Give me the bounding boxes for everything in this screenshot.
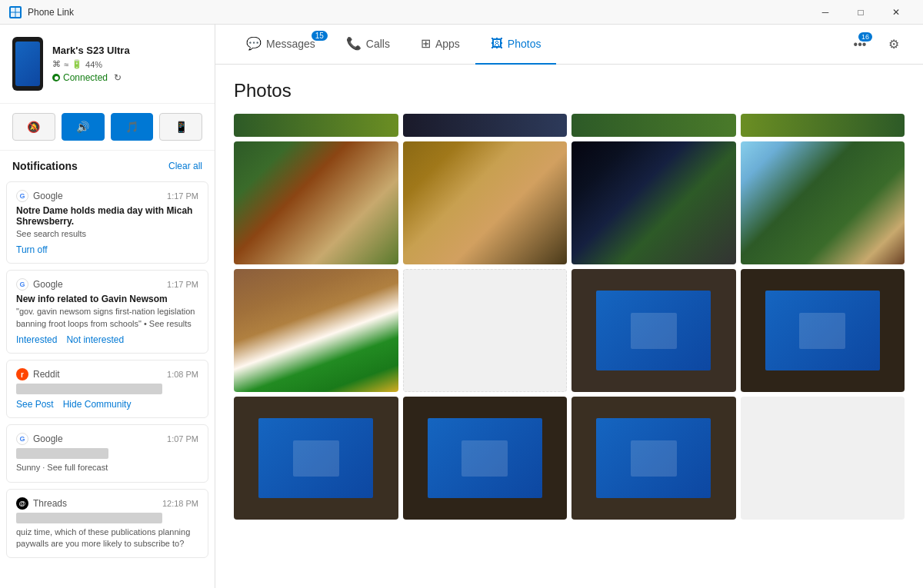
- notif-time-3: 1:08 PM: [167, 370, 198, 379]
- sound-button[interactable]: 🔊: [62, 113, 105, 141]
- see-post-button[interactable]: See Post: [16, 399, 54, 410]
- notif-time-4: 1:07 PM: [167, 434, 198, 443]
- photo-stadium-night[interactable]: [571, 141, 736, 264]
- photo-laptop-4[interactable]: [403, 397, 568, 520]
- svg-rect-0: [11, 8, 15, 12]
- app-body: Mark's S23 Ultra ⌘ ≈ 🔋 44% Connected ↻ 🔕…: [0, 25, 923, 588]
- partial-photo-4[interactable]: [741, 114, 905, 137]
- connected-status: Connected ↻: [52, 72, 202, 83]
- photo-laptop-5[interactable]: [571, 397, 736, 520]
- notif-header-2: G Google 1:17 PM: [16, 278, 198, 291]
- notification-card-3: r Reddit 1:08 PM See Post Hide Community: [6, 360, 208, 418]
- device-section: Mark's S23 Ultra ⌘ ≈ 🔋 44% Connected ↻: [0, 25, 215, 104]
- notification-card-4: G Google 1:07 PM Sunny · See full foreca…: [6, 424, 208, 482]
- notif-body-1: See search results: [16, 228, 198, 240]
- photo-empty-2: [741, 397, 905, 520]
- photos-icon: 🖼: [491, 37, 503, 51]
- wifi-icon: ≈: [64, 60, 68, 69]
- apps-icon: ⊞: [421, 36, 431, 51]
- notif-header-4: G Google 1:07 PM: [16, 433, 198, 445]
- notif-source-label-4: Google: [33, 434, 63, 444]
- notifications-header: Notifications Clear all: [0, 151, 215, 178]
- svg-rect-2: [11, 12, 15, 17]
- minimize-button[interactable]: ─: [808, 0, 843, 25]
- bluetooth-icon: ⌘: [52, 59, 61, 69]
- svg-rect-1: [16, 8, 21, 12]
- device-image: [12, 37, 43, 91]
- partial-photo-3[interactable]: [571, 114, 736, 137]
- notif-time-1: 1:17 PM: [167, 191, 198, 201]
- not-interested-button[interactable]: Not interested: [66, 334, 124, 345]
- notif-interested-2: Interested Not interested: [16, 334, 198, 345]
- close-button[interactable]: ✕: [878, 0, 914, 25]
- device-info: Mark's S23 Ultra ⌘ ≈ 🔋 44% Connected ↻: [52, 45, 202, 83]
- tab-apps[interactable]: ⊞ Apps: [405, 25, 475, 65]
- tab-messages[interactable]: 💬 Messages 15: [231, 25, 331, 65]
- title-bar-text: Phone Link: [28, 7, 808, 18]
- notif-body-5: quiz time, which of these publications p…: [16, 527, 198, 550]
- partial-photo-row: [234, 114, 905, 137]
- settings-button[interactable]: ⚙: [880, 31, 908, 58]
- title-bar-controls: ─ □ ✕: [808, 0, 914, 25]
- interested-button[interactable]: Interested: [16, 334, 57, 345]
- photo-laptop-3[interactable]: [234, 397, 398, 520]
- tab-calls[interactable]: 📞 Calls: [331, 25, 405, 65]
- partial-photo-1[interactable]: [234, 114, 398, 137]
- more-button[interactable]: ••• 16: [846, 31, 874, 58]
- photo-stadium-day[interactable]: [741, 141, 905, 264]
- photo-player[interactable]: [234, 269, 398, 392]
- notifications-title: Notifications: [12, 160, 78, 172]
- threads-icon: @: [16, 497, 28, 510]
- photos-title: Photos: [234, 80, 905, 101]
- hide-community-button[interactable]: Hide Community: [63, 399, 132, 410]
- device-icons: ⌘ ≈ 🔋 44%: [52, 59, 202, 69]
- notif-source-label-2: Google: [33, 279, 63, 290]
- photo-baseball-crowd[interactable]: [234, 141, 398, 264]
- notif-header-5: @ Threads 12:18 PM: [16, 497, 198, 510]
- google-icon-2: G: [16, 278, 28, 291]
- photos-content: Photos: [215, 65, 923, 588]
- messages-badge: 15: [312, 31, 328, 41]
- tab-photos[interactable]: 🖼 Photos: [475, 25, 557, 65]
- notif-source-3: r Reddit: [16, 368, 60, 380]
- restore-button[interactable]: □: [843, 0, 878, 25]
- clear-all-button[interactable]: Clear all: [168, 161, 202, 171]
- refresh-icon[interactable]: ↻: [114, 72, 122, 83]
- app-icon: [9, 6, 22, 18]
- top-nav: 💬 Messages 15 📞 Calls ⊞ Apps 🖼 Photos: [215, 25, 923, 65]
- notif-header-1: G Google 1:17 PM: [16, 190, 198, 202]
- laptop-screen-5: [596, 418, 711, 498]
- svg-rect-3: [16, 12, 21, 17]
- messages-icon: 💬: [246, 36, 262, 51]
- music-button[interactable]: 🎵: [111, 113, 154, 141]
- laptop-screen-2: [765, 291, 880, 370]
- connected-dot: [52, 74, 60, 81]
- notif-source-label-5: Threads: [33, 498, 67, 509]
- tab-calls-label: Calls: [366, 38, 390, 50]
- notif-source-1: G Google: [16, 190, 63, 202]
- notif-source-label-1: Google: [33, 191, 63, 201]
- photo-laptop-2[interactable]: [741, 269, 905, 392]
- google-icon-4: G: [16, 433, 28, 445]
- nav-tabs: 💬 Messages 15 📞 Calls ⊞ Apps 🖼 Photos: [231, 25, 846, 65]
- partial-photo-2[interactable]: [403, 114, 568, 137]
- tablet-button[interactable]: 📱: [159, 113, 202, 141]
- laptop-screen-3: [258, 418, 373, 498]
- notif-title-2: New info related to Gavin Newsom: [16, 294, 198, 304]
- notif-actions-1: Turn off: [16, 244, 198, 255]
- photo-batter[interactable]: [403, 141, 568, 264]
- photo-laptop-1[interactable]: [571, 269, 736, 392]
- reddit-icon: r: [16, 368, 28, 380]
- notif-redacted-weather-1: [16, 448, 108, 459]
- sidebar: Mark's S23 Ultra ⌘ ≈ 🔋 44% Connected ↻ 🔕…: [0, 25, 215, 588]
- photos-grid-1: [234, 141, 905, 264]
- title-bar: Phone Link ─ □ ✕: [0, 0, 923, 25]
- turn-off-button[interactable]: Turn off: [16, 244, 48, 255]
- battery-icon: 🔋: [72, 59, 82, 69]
- tab-messages-label: Messages: [266, 38, 315, 50]
- main-content: 💬 Messages 15 📞 Calls ⊞ Apps 🖼 Photos: [215, 25, 923, 588]
- notif-source-5: @ Threads: [16, 497, 67, 510]
- photo-empty: [403, 269, 568, 392]
- mute-button[interactable]: 🔕: [12, 113, 55, 141]
- notif-body-2: "gov. gavin newsom signs first-nation le…: [16, 306, 198, 330]
